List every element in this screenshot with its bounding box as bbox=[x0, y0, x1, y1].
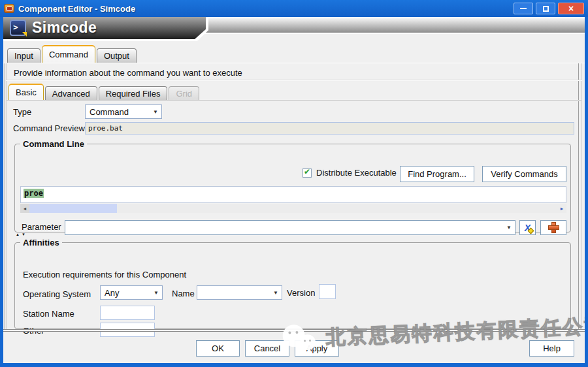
distribute-executable-checkbox[interactable]: ✔ bbox=[302, 168, 312, 178]
panel-edge-right2 bbox=[581, 63, 581, 329]
tab-command[interactable]: Command bbox=[42, 45, 95, 63]
find-program-button[interactable]: Find Program... bbox=[400, 166, 474, 182]
apply-button[interactable]: Apply bbox=[295, 340, 339, 357]
yellow-diamond-icon bbox=[528, 228, 534, 234]
dialog-body: > Simcode Input Command Output Provide i… bbox=[3, 17, 585, 363]
chevron-down-icon: ▼ bbox=[154, 290, 159, 296]
subtab-advanced[interactable]: Advanced bbox=[45, 86, 97, 100]
close-icon: × bbox=[568, 4, 574, 13]
titlebar[interactable]: Component Editor - Simcode × bbox=[0, 0, 588, 17]
distribute-executable-label: Distribute Executable bbox=[316, 168, 397, 178]
tab-output[interactable]: Output bbox=[97, 48, 137, 63]
component-editor-window: Component Editor - Simcode × > Simcode I… bbox=[0, 0, 588, 367]
type-label: Type bbox=[13, 107, 31, 117]
splitter-handle[interactable]: ▲▼ bbox=[16, 232, 27, 236]
verify-commands-button[interactable]: Verify Commands bbox=[482, 166, 566, 182]
scroll-right-icon: ► bbox=[560, 206, 564, 211]
separator bbox=[6, 100, 582, 101]
station-name-input[interactable] bbox=[100, 306, 155, 320]
command-line-legend: Command Line bbox=[20, 139, 87, 149]
type-dropdown[interactable]: Command ▼ bbox=[85, 104, 162, 119]
tab-input[interactable]: Input bbox=[7, 48, 41, 63]
subtab-basic[interactable]: Basic bbox=[8, 84, 44, 100]
scrollbar-thumb[interactable] bbox=[29, 204, 117, 213]
subtab-required-files[interactable]: Required Files bbox=[99, 86, 168, 100]
app-icon bbox=[4, 4, 14, 13]
scroll-left-icon: ◄ bbox=[23, 206, 27, 211]
ok-button[interactable]: OK bbox=[196, 340, 240, 357]
panel-edge-left2 bbox=[7, 63, 7, 329]
command-line-group: Command Line ✔ Distribute Executable Fin… bbox=[14, 139, 571, 232]
add-parameter-button[interactable] bbox=[540, 220, 566, 235]
command-text-highlighted: proe bbox=[24, 189, 44, 198]
affinities-legend: Affinities bbox=[20, 238, 62, 247]
yellow-arrow-icon bbox=[22, 32, 27, 37]
sub-tabs: Basic Advanced Required Files Grid bbox=[8, 83, 201, 100]
help-button[interactable]: Help bbox=[529, 340, 574, 357]
command-preview-field: proe.bat bbox=[85, 122, 574, 135]
subtab-grid: Grid bbox=[169, 86, 199, 100]
chevron-down-icon: ▼ bbox=[273, 290, 278, 296]
minimize-icon bbox=[520, 8, 527, 9]
tabs-divider bbox=[3, 63, 585, 63]
window-title: Component Editor - Simcode bbox=[18, 4, 135, 14]
maximize-icon bbox=[543, 6, 549, 12]
panel-edge-left bbox=[5, 63, 5, 329]
add-plus-icon bbox=[549, 223, 559, 232]
name-dropdown[interactable]: ▼ bbox=[197, 285, 282, 300]
version-input[interactable] bbox=[319, 284, 336, 299]
operating-system-label: Operating System bbox=[23, 289, 91, 299]
window-controls: × bbox=[514, 3, 584, 14]
parameter-dropdown[interactable]: ▼ bbox=[65, 220, 515, 235]
scroll-right-button[interactable]: ► bbox=[557, 204, 566, 213]
chevron-down-icon: ▼ bbox=[506, 225, 512, 231]
operating-system-dropdown[interactable]: Any ▼ bbox=[100, 285, 163, 300]
station-name-label: Station Name bbox=[23, 309, 74, 319]
version-label: Version bbox=[287, 288, 315, 298]
command-prompt-icon: > bbox=[10, 20, 26, 36]
page-title: Simcode bbox=[32, 19, 97, 37]
panel-bottom-edge bbox=[3, 329, 585, 332]
command-preview-label: Command Preview bbox=[13, 123, 85, 133]
requirements-text: Execution requirements for this Componen… bbox=[23, 270, 186, 279]
panel-edge-right bbox=[578, 63, 579, 329]
chevron-down-icon: ▼ bbox=[153, 109, 158, 115]
affinities-group: Affinities Execution requirements for th… bbox=[14, 238, 571, 329]
scroll-left-button[interactable]: ◄ bbox=[20, 204, 29, 213]
info-text: Provide information about the command yo… bbox=[14, 68, 242, 78]
formula-button[interactable]: X bbox=[519, 220, 536, 235]
horizontal-scrollbar[interactable]: ◄ ► bbox=[20, 204, 566, 213]
cancel-button[interactable]: Cancel bbox=[245, 340, 289, 357]
close-button[interactable]: × bbox=[558, 3, 584, 14]
operating-system-value: Any bbox=[105, 288, 119, 298]
separator bbox=[6, 80, 582, 80]
command-text-area[interactable]: proe bbox=[20, 186, 566, 203]
type-dropdown-value: Command bbox=[90, 107, 129, 117]
name-label: Name bbox=[172, 289, 195, 298]
maximize-button[interactable] bbox=[536, 3, 555, 14]
main-tabs: Input Command Output bbox=[7, 44, 138, 63]
minimize-button[interactable] bbox=[514, 3, 533, 14]
checkmark-icon: ✔ bbox=[304, 167, 310, 176]
parameter-label: Parameter bbox=[22, 222, 61, 232]
